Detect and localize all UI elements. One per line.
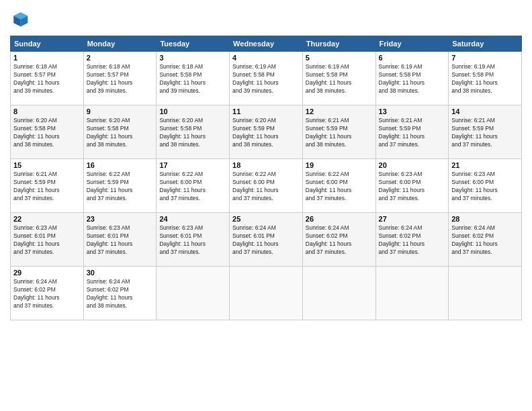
calendar-cell: 3Sunrise: 6:18 AMSunset: 5:58 PMDaylight… [157,52,230,105]
day-number: 27 [379,215,446,223]
calendar-cell: 14Sunrise: 6:21 AMSunset: 5:59 PMDayligh… [449,105,522,159]
day-number: 23 [87,215,154,223]
day-number: 24 [159,215,226,223]
calendar-cell: 25Sunrise: 6:24 AMSunset: 6:01 PMDayligh… [230,213,303,267]
calendar-cell: 18Sunrise: 6:22 AMSunset: 6:00 PMDayligh… [230,159,303,213]
calendar-cell: 20Sunrise: 6:23 AMSunset: 6:00 PMDayligh… [375,159,449,213]
calendar-cell: 9Sunrise: 6:20 AMSunset: 5:58 PMDaylight… [83,105,157,159]
day-number: 15 [13,161,81,169]
day-info: Sunrise: 6:24 AMSunset: 6:01 PMDaylight:… [232,224,300,257]
day-number: 29 [13,269,81,277]
calendar-cell: 5Sunrise: 6:19 AMSunset: 5:58 PMDaylight… [302,52,375,105]
day-header-sunday: Sunday [11,36,84,52]
calendar-cell: 30Sunrise: 6:24 AMSunset: 6:02 PMDayligh… [83,267,157,320]
calendar-page: SundayMondayTuesdayWednesdayThursdayFrid… [0,0,532,411]
day-info: Sunrise: 6:20 AMSunset: 5:58 PMDaylight:… [159,117,226,149]
day-info: Sunrise: 6:18 AMSunset: 5:57 PMDaylight:… [13,63,81,95]
day-header-tuesday: Tuesday [157,36,230,52]
calendar-cell [449,267,522,320]
calendar-cell: 7Sunrise: 6:19 AMSunset: 5:58 PMDaylight… [449,52,522,105]
calendar-cell: 1Sunrise: 6:18 AMSunset: 5:57 PMDaylight… [11,52,84,105]
calendar-cell: 29Sunrise: 6:24 AMSunset: 6:02 PMDayligh… [11,267,84,320]
calendar-cell: 28Sunrise: 6:24 AMSunset: 6:02 PMDayligh… [449,213,522,267]
day-info: Sunrise: 6:19 AMSunset: 5:58 PMDaylight:… [306,63,373,95]
day-info: Sunrise: 6:21 AMSunset: 5:59 PMDaylight:… [13,171,81,203]
calendar-week-row: 15Sunrise: 6:21 AMSunset: 5:59 PMDayligh… [11,159,522,213]
day-number: 19 [306,161,373,169]
day-number: 5 [306,54,373,62]
day-header-saturday: Saturday [449,36,522,52]
day-number: 14 [451,107,519,116]
calendar-week-row: 1Sunrise: 6:18 AMSunset: 5:57 PMDaylight… [11,52,522,105]
calendar-cell: 15Sunrise: 6:21 AMSunset: 5:59 PMDayligh… [11,159,84,213]
calendar-cell: 16Sunrise: 6:22 AMSunset: 5:59 PMDayligh… [83,159,157,213]
day-info: Sunrise: 6:24 AMSunset: 6:02 PMDaylight:… [87,278,154,310]
calendar-week-row: 29Sunrise: 6:24 AMSunset: 6:02 PMDayligh… [11,267,522,320]
calendar-cell: 24Sunrise: 6:23 AMSunset: 6:01 PMDayligh… [157,213,230,267]
day-number: 18 [232,161,300,169]
day-number: 4 [232,54,300,62]
day-info: Sunrise: 6:20 AMSunset: 5:59 PMDaylight:… [232,117,300,149]
calendar-cell [375,267,449,320]
day-info: Sunrise: 6:19 AMSunset: 5:58 PMDaylight:… [232,63,300,95]
day-info: Sunrise: 6:24 AMSunset: 6:02 PMDaylight:… [306,224,373,257]
page-header [10,10,522,29]
day-header-wednesday: Wednesday [230,36,303,52]
calendar-cell: 12Sunrise: 6:21 AMSunset: 5:59 PMDayligh… [302,105,375,159]
day-info: Sunrise: 6:22 AMSunset: 6:00 PMDaylight:… [306,171,373,203]
day-info: Sunrise: 6:18 AMSunset: 5:57 PMDaylight:… [87,63,154,95]
day-info: Sunrise: 6:23 AMSunset: 6:01 PMDaylight:… [87,224,154,257]
day-info: Sunrise: 6:23 AMSunset: 6:00 PMDaylight:… [451,171,519,203]
day-info: Sunrise: 6:21 AMSunset: 5:59 PMDaylight:… [451,117,519,149]
logo-icon [10,10,29,29]
day-number: 16 [87,161,154,169]
day-info: Sunrise: 6:22 AMSunset: 5:59 PMDaylight:… [87,171,154,203]
day-number: 12 [306,107,373,116]
day-number: 13 [379,107,446,116]
day-number: 1 [13,54,81,62]
day-number: 20 [379,161,446,169]
day-info: Sunrise: 6:18 AMSunset: 5:58 PMDaylight:… [159,63,226,95]
calendar-table: SundayMondayTuesdayWednesdayThursdayFrid… [10,36,522,320]
calendar-cell: 2Sunrise: 6:18 AMSunset: 5:57 PMDaylight… [83,52,157,105]
calendar-cell: 27Sunrise: 6:24 AMSunset: 6:02 PMDayligh… [375,213,449,267]
day-number: 28 [451,215,519,223]
calendar-cell: 22Sunrise: 6:23 AMSunset: 6:01 PMDayligh… [11,213,84,267]
calendar-cell: 11Sunrise: 6:20 AMSunset: 5:59 PMDayligh… [230,105,303,159]
calendar-cell: 10Sunrise: 6:20 AMSunset: 5:58 PMDayligh… [157,105,230,159]
day-info: Sunrise: 6:20 AMSunset: 5:58 PMDaylight:… [13,117,81,149]
day-info: Sunrise: 6:19 AMSunset: 5:58 PMDaylight:… [379,63,446,95]
day-number: 10 [159,107,226,116]
day-header-friday: Friday [375,36,449,52]
day-header-monday: Monday [83,36,157,52]
day-number: 11 [232,107,300,116]
day-info: Sunrise: 6:21 AMSunset: 5:59 PMDaylight:… [379,117,446,149]
day-number: 22 [13,215,81,223]
calendar-header-row: SundayMondayTuesdayWednesdayThursdayFrid… [11,36,522,52]
day-number: 6 [379,54,446,62]
calendar-cell: 19Sunrise: 6:22 AMSunset: 6:00 PMDayligh… [302,159,375,213]
day-number: 26 [306,215,373,223]
day-number: 2 [87,54,154,62]
calendar-cell: 21Sunrise: 6:23 AMSunset: 6:00 PMDayligh… [449,159,522,213]
day-info: Sunrise: 6:24 AMSunset: 6:02 PMDaylight:… [379,224,446,257]
day-header-thursday: Thursday [302,36,375,52]
day-info: Sunrise: 6:24 AMSunset: 6:02 PMDaylight:… [451,224,519,257]
calendar-week-row: 8Sunrise: 6:20 AMSunset: 5:58 PMDaylight… [11,105,522,159]
day-number: 3 [159,54,226,62]
calendar-cell [230,267,303,320]
calendar-week-row: 22Sunrise: 6:23 AMSunset: 6:01 PMDayligh… [11,213,522,267]
day-number: 21 [451,161,519,169]
calendar-cell: 8Sunrise: 6:20 AMSunset: 5:58 PMDaylight… [11,105,84,159]
day-info: Sunrise: 6:21 AMSunset: 5:59 PMDaylight:… [306,117,373,149]
day-number: 8 [13,107,81,116]
day-info: Sunrise: 6:23 AMSunset: 6:00 PMDaylight:… [379,171,446,203]
calendar-cell [157,267,230,320]
day-number: 9 [87,107,154,116]
day-info: Sunrise: 6:19 AMSunset: 5:58 PMDaylight:… [451,63,519,95]
calendar-cell: 23Sunrise: 6:23 AMSunset: 6:01 PMDayligh… [83,213,157,267]
day-info: Sunrise: 6:23 AMSunset: 6:01 PMDaylight:… [13,224,81,257]
calendar-cell: 4Sunrise: 6:19 AMSunset: 5:58 PMDaylight… [230,52,303,105]
calendar-cell: 6Sunrise: 6:19 AMSunset: 5:58 PMDaylight… [375,52,449,105]
calendar-cell: 26Sunrise: 6:24 AMSunset: 6:02 PMDayligh… [302,213,375,267]
